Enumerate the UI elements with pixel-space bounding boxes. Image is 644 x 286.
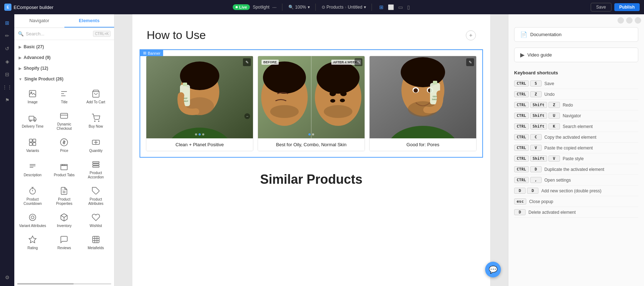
product-card-1: ✎ xyxy=(146,56,253,151)
element-title[interactable]: Title xyxy=(49,86,79,107)
element-delivery-time[interactable]: Delivery Time xyxy=(17,108,48,134)
icon-bar-history[interactable]: ↺ xyxy=(1,43,13,54)
element-metafields-label: Metafields xyxy=(88,246,104,250)
section-single-product[interactable]: ▼ Single Product (26) xyxy=(14,74,114,84)
element-wishlist-icon xyxy=(91,212,101,222)
element-description-icon xyxy=(28,162,38,172)
elements-tab[interactable]: Elements xyxy=(64,14,114,28)
top-bar: E EComposer builder Live Spotlight ··· 🔍… xyxy=(0,0,644,14)
element-quantity[interactable]: Quantity xyxy=(80,134,111,156)
icon-bar-grid[interactable]: ⋮⋮ xyxy=(1,82,13,93)
kbd-d2: D xyxy=(527,188,538,194)
search-bar: 🔍 CTRL+K xyxy=(14,28,114,40)
icon-bar-home[interactable]: ⊞ xyxy=(1,17,13,29)
element-product-tabs-icon xyxy=(59,162,69,172)
shortcut-navigator: CTRL Shift U Navigator xyxy=(514,110,638,121)
product-resize-handle-1[interactable]: ↔ xyxy=(244,113,250,119)
section-advanced[interactable]: ▶ Advanced (9) xyxy=(14,52,114,63)
doc-btn-label: Documentation xyxy=(530,32,561,37)
slide-dot xyxy=(308,133,311,135)
kbd-desc-redo: Redo xyxy=(563,103,573,108)
element-dynamic-checkout[interactable]: Dynamic Checkout xyxy=(49,108,79,134)
zoom-control[interactable]: 🔍 100% ▾ xyxy=(288,5,310,10)
doc-icon: 📄 xyxy=(520,31,527,38)
element-buy-now[interactable]: Buy Now xyxy=(80,108,111,134)
left-panel: Navigator Elements 🔍 CTRL+K ▶ Basic (27)… xyxy=(14,14,114,286)
shortcut-paste: CTRL V Paste the copied element xyxy=(514,143,638,153)
save-button[interactable]: Save xyxy=(591,3,611,11)
icon-bar-flag[interactable]: ⚑ xyxy=(1,94,13,106)
element-product-properties[interactable]: Product Properties xyxy=(49,183,79,209)
svg-point-1 xyxy=(31,92,32,93)
shortcut-settings: CTRL , Open settings xyxy=(514,175,638,186)
element-add-to-cart-label: Add To Cart xyxy=(87,100,106,104)
element-reviews[interactable]: Reviews xyxy=(49,232,79,253)
publish-button[interactable]: Publish xyxy=(614,3,640,11)
kbd-ctrl: CTRL xyxy=(514,166,529,172)
element-metafields[interactable]: Metafields xyxy=(80,232,111,253)
icon-bar-pencil[interactable]: ✏ xyxy=(1,30,13,41)
element-product-attributes[interactable]: Product Attributes xyxy=(80,183,111,209)
product-card-3-caption: Good for: Pores xyxy=(370,138,476,151)
video-guide-btn[interactable]: ▶ Video guide xyxy=(514,48,638,62)
chat-button[interactable]: 💬 xyxy=(485,262,501,277)
icon-bar-settings[interactable]: ⚙ xyxy=(1,272,13,283)
mobile-view-btn[interactable]: ▯ xyxy=(406,4,411,11)
element-variant-attributes[interactable]: Variant Attributes xyxy=(17,209,48,231)
breadcrumb[interactable]: ⊙ Products › Untitled ▾ xyxy=(322,5,366,10)
product-card-2-edit-btn[interactable]: ✎ xyxy=(355,58,362,66)
more-options-button[interactable]: ··· xyxy=(272,4,277,10)
svg-point-35 xyxy=(263,61,306,94)
element-product-tabs[interactable]: Product Tabs xyxy=(49,157,79,182)
element-variants[interactable]: Variants xyxy=(17,134,48,156)
element-product-accordion[interactable]: Product Accordion xyxy=(80,157,111,182)
product-card-1-edit-btn[interactable]: ✎ xyxy=(243,58,251,66)
kbd-shift: Shift xyxy=(530,102,547,108)
section-basic-label: Basic (27) xyxy=(24,44,44,49)
desktop-view-btn[interactable]: ⊞ xyxy=(378,4,385,11)
element-description[interactable]: Description xyxy=(17,157,48,182)
icon-bar-shapes[interactable]: ◈ xyxy=(1,56,13,67)
right-panel-collapse-btn[interactable] xyxy=(618,17,624,24)
svg-point-47 xyxy=(401,57,445,87)
kbd-z2: Z xyxy=(548,102,560,108)
tablet-landscape-btn[interactable]: ⬜ xyxy=(386,4,395,11)
search-shortcut: CTRL+K xyxy=(93,31,111,37)
section-basic[interactable]: ▶ Basic (27) xyxy=(14,41,114,52)
element-image[interactable]: Image xyxy=(17,86,48,107)
element-buy-now-label: Buy Now xyxy=(89,124,103,129)
element-product-countdown[interactable]: Product Countdown xyxy=(17,183,48,209)
element-price[interactable]: Price xyxy=(49,134,79,156)
zoom-value: 100% xyxy=(295,5,306,10)
chevron-single-product: ▼ xyxy=(19,77,22,81)
slide-dot xyxy=(195,133,197,135)
documentation-btn[interactable]: 📄 Documentation xyxy=(514,27,638,42)
element-product-countdown-icon xyxy=(28,186,38,196)
icon-bar-layout[interactable]: ⊟ xyxy=(1,69,13,80)
add-section-btn[interactable]: + xyxy=(466,30,476,40)
product-card-1-caption: Clean + Planet Positive xyxy=(146,138,253,151)
spotlight-button[interactable]: Spotlight xyxy=(253,5,269,10)
element-price-label: Price xyxy=(60,149,68,153)
element-variant-attributes-label: Variant Attributes xyxy=(19,224,46,228)
svg-rect-10 xyxy=(29,143,32,146)
section-shopify[interactable]: ▶ Shopify (12) xyxy=(14,63,114,74)
right-panel-close-btn[interactable] xyxy=(635,17,641,24)
tablet-portrait-btn[interactable]: ▭ xyxy=(397,4,404,11)
svg-rect-14 xyxy=(93,162,99,163)
svg-point-20 xyxy=(31,216,34,219)
slide-dot xyxy=(312,133,314,135)
right-panel-expand-btn[interactable] xyxy=(626,17,633,24)
video-icon: ▶ xyxy=(520,51,525,58)
product-card-3-edit-btn[interactable]: ✎ xyxy=(466,58,474,66)
element-image-label: Image xyxy=(28,100,38,104)
element-inventory[interactable]: Inventory xyxy=(49,209,79,231)
element-rating-label: Rating xyxy=(28,246,38,250)
navigator-tab[interactable]: Navigator xyxy=(14,14,64,28)
element-wishlist[interactable]: Wishlist xyxy=(80,209,111,231)
element-dynamic-checkout-icon xyxy=(59,111,69,121)
kbd-ctrl: CTRL xyxy=(514,134,529,140)
element-add-to-cart[interactable]: Add To Cart xyxy=(80,86,111,107)
element-rating[interactable]: Rating xyxy=(17,232,48,253)
search-input[interactable] xyxy=(26,31,91,36)
